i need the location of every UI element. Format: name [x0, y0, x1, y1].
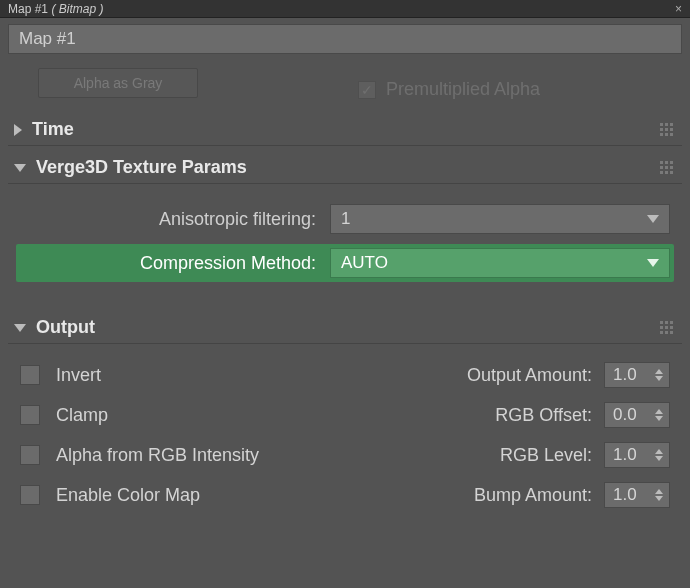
alpha-from-rgb-checkbox[interactable] — [20, 445, 40, 465]
rgb-offset-label: RGB Offset: — [306, 405, 604, 426]
chevron-down-icon — [14, 324, 26, 332]
spinner-up-icon[interactable] — [655, 369, 663, 374]
section-title: Output — [36, 317, 95, 338]
invert-checkbox[interactable] — [20, 365, 40, 385]
drag-grip-icon[interactable] — [660, 161, 674, 175]
drag-grip-icon[interactable] — [660, 321, 674, 335]
bump-amount-label: Bump Amount: — [306, 485, 604, 506]
dropdown-value: AUTO — [341, 253, 388, 273]
window-title: Map #1 ( Bitmap ) — [8, 2, 103, 16]
spinner-down-icon[interactable] — [655, 416, 663, 421]
alpha-as-gray-cutoff: Alpha as Gray — [38, 68, 198, 98]
rgb-offset-spinner[interactable]: 0.0 — [604, 402, 670, 428]
titlebar[interactable]: Map #1 ( Bitmap ) × — [0, 0, 690, 18]
bump-amount-spinner[interactable]: 1.0 — [604, 482, 670, 508]
dropdown-value: 1 — [341, 209, 350, 229]
close-icon[interactable]: × — [671, 2, 686, 16]
section-header-output[interactable]: Output — [8, 312, 682, 344]
drag-grip-icon[interactable] — [660, 123, 674, 137]
spinner-up-icon[interactable] — [655, 409, 663, 414]
output-amount-spinner[interactable]: 1.0 — [604, 362, 670, 388]
spinner-up-icon[interactable] — [655, 489, 663, 494]
chevron-down-icon — [647, 215, 659, 223]
spinner-value: 0.0 — [613, 405, 653, 425]
section-header-time[interactable]: Time — [8, 114, 682, 146]
spinner-value: 1.0 — [613, 485, 653, 505]
clamp-label: Clamp — [46, 405, 306, 426]
alpha-from-rgb-label: Alpha from RGB Intensity — [46, 445, 306, 466]
enable-color-map-checkbox[interactable] — [20, 485, 40, 505]
rollup-panel: Alpha as Gray ✓ Premultiplied Alpha Time… — [0, 58, 690, 588]
bitmap-params-partial: Alpha as Gray ✓ Premultiplied Alpha — [8, 58, 682, 108]
check-icon: ✓ — [361, 82, 373, 98]
chevron-down-icon — [14, 164, 26, 172]
anisotropic-label: Anisotropic filtering: — [20, 209, 330, 230]
spinner-up-icon[interactable] — [655, 449, 663, 454]
compression-dropdown[interactable]: AUTO — [330, 248, 670, 278]
section-title: Verge3D Texture Params — [36, 157, 247, 178]
invert-label: Invert — [46, 365, 306, 386]
premultiplied-alpha-label: Premultiplied Alpha — [386, 79, 540, 100]
chevron-down-icon — [647, 259, 659, 267]
map-editor-window: Map #1 ( Bitmap ) × Map #1 Alpha as Gray… — [0, 0, 690, 588]
spinner-value: 1.0 — [613, 445, 653, 465]
rgb-level-label: RGB Level: — [306, 445, 604, 466]
chevron-right-icon — [14, 124, 22, 136]
spinner-down-icon[interactable] — [655, 496, 663, 501]
map-name-field[interactable]: Map #1 — [8, 24, 682, 54]
compression-method-row-highlight: Compression Method: AUTO — [16, 244, 674, 282]
rgb-level-spinner[interactable]: 1.0 — [604, 442, 670, 468]
section-title: Time — [32, 119, 74, 140]
spinner-down-icon[interactable] — [655, 376, 663, 381]
output-amount-label: Output Amount: — [306, 365, 604, 386]
anisotropic-dropdown[interactable]: 1 — [330, 204, 670, 234]
enable-color-map-label: Enable Color Map — [46, 485, 306, 506]
clamp-checkbox[interactable] — [20, 405, 40, 425]
section-header-verge3d[interactable]: Verge3D Texture Params — [8, 152, 682, 184]
spinner-down-icon[interactable] — [655, 456, 663, 461]
spinner-value: 1.0 — [613, 365, 653, 385]
compression-label: Compression Method: — [20, 253, 330, 274]
premultiplied-alpha-checkbox: ✓ — [358, 81, 376, 99]
